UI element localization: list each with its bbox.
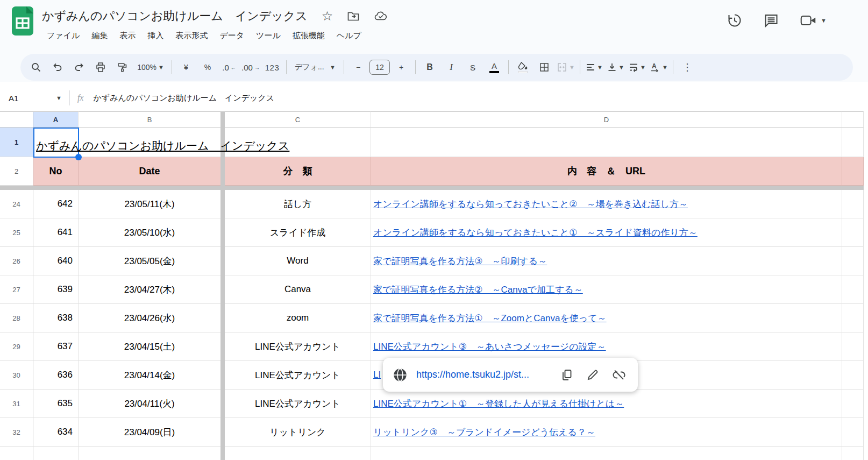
cell-no[interactable]: 639 — [33, 275, 79, 304]
cell-no[interactable]: 636 — [33, 361, 79, 390]
column-header-a[interactable]: A — [33, 111, 79, 128]
copy-link-icon[interactable] — [560, 369, 573, 381]
chevron-down-icon[interactable]: ▼ — [821, 18, 827, 24]
cell-date[interactable]: 23/04/26(水) — [79, 304, 220, 332]
merge-cells-button[interactable]: ▼ — [556, 57, 576, 77]
menu-extensions[interactable]: 拡張機能 — [288, 29, 330, 43]
remove-link-icon[interactable] — [612, 369, 626, 381]
cell-no[interactable]: 634 — [33, 418, 79, 447]
decrease-font-size-button[interactable]: − — [348, 57, 368, 77]
row-number[interactable]: 28 — [0, 304, 33, 332]
column-header-b[interactable]: B — [79, 111, 220, 128]
cell-content-link[interactable]: オンライン講師をするなら知っておきたいこと② ～場を巻き込む話し方～ — [371, 190, 842, 218]
cell-content-link[interactable]: 家で証明写真を作る方法③ ～印刷する～ — [371, 247, 842, 275]
edit-link-icon[interactable] — [586, 369, 599, 381]
cell-category[interactable]: LINE公式アカウント — [225, 361, 371, 390]
menu-view[interactable]: 表示 — [115, 29, 140, 43]
cell-content-link[interactable]: LINE公式アカウント③ ～あいさつメッセージの設定～ — [371, 332, 842, 361]
row-header-2[interactable]: 2 — [0, 157, 33, 186]
cell-content-link[interactable]: LINE公式アカウント① ～登録した人が見える仕掛けとは～ — [371, 390, 842, 418]
cell-date[interactable]: 23/04/11(火) — [79, 390, 220, 418]
cell-category[interactable]: 話し方 — [225, 190, 371, 218]
cell-no[interactable]: 635 — [33, 390, 79, 418]
cell-date[interactable]: 23/05/05(金) — [79, 247, 220, 275]
cell-date[interactable]: 23/04/14(金) — [79, 361, 220, 390]
decrease-decimal-button[interactable]: .0← — [219, 57, 239, 77]
print-icon[interactable] — [90, 57, 111, 77]
cell-date[interactable]: 23/05/11(木) — [79, 190, 220, 218]
version-history-icon[interactable] — [727, 13, 742, 28]
cell-content-link[interactable]: リットリンク③ ～ブランドイメージどう伝える？～ — [371, 418, 842, 447]
row-number[interactable]: 32 — [0, 418, 33, 447]
header-cell-date[interactable]: Date — [79, 157, 220, 186]
document-title[interactable]: かずみんのパソコンお助けルーム インデックス — [42, 8, 308, 24]
row-number[interactable]: 26 — [0, 247, 33, 275]
name-box[interactable]: A1 — [0, 94, 56, 103]
toolbar-more-button[interactable]: ⋮ — [677, 57, 698, 77]
cell-category[interactable]: LINE公式アカウント — [225, 332, 371, 361]
cell-category[interactable]: スライド作成 — [225, 218, 371, 247]
cell-no[interactable]: 641 — [33, 218, 79, 247]
row-number[interactable]: 31 — [0, 390, 33, 418]
menu-data[interactable]: データ — [215, 29, 249, 43]
cell-no[interactable]: 642 — [33, 190, 79, 218]
bold-button[interactable]: B — [419, 57, 440, 77]
cell-category[interactable]: Word — [225, 247, 371, 275]
name-box-chevron-icon[interactable]: ▼ — [56, 95, 62, 101]
fill-handle[interactable] — [75, 154, 82, 160]
font-selector[interactable]: デフォ...▼ — [290, 57, 340, 77]
search-icon[interactable] — [26, 57, 46, 77]
cell-category[interactable]: Canva — [225, 275, 371, 304]
column-header-c[interactable]: C — [225, 111, 371, 128]
text-color-button[interactable]: A — [484, 57, 504, 77]
cell-date[interactable]: 23/04/09(日) — [79, 418, 220, 447]
header-cell-content[interactable]: 内 容 ＆ URL — [371, 157, 842, 186]
cell-no[interactable]: 638 — [33, 304, 79, 332]
zoom-control[interactable]: 100%▼ — [133, 57, 168, 77]
undo-icon[interactable] — [47, 57, 68, 77]
text-rotation-button[interactable]: A ▼ — [649, 57, 669, 77]
cell-category[interactable]: LINE公式アカウント — [225, 390, 371, 418]
fill-color-button[interactable] — [513, 57, 533, 77]
redo-icon[interactable] — [69, 57, 89, 77]
star-icon[interactable]: ☆ — [322, 10, 333, 23]
currency-format-button[interactable]: ¥ — [176, 57, 196, 77]
italic-button[interactable]: I — [441, 57, 461, 77]
vertical-align-button[interactable]: ▼ — [606, 57, 626, 77]
increase-decimal-button[interactable]: .00→ — [240, 57, 261, 77]
strikethrough-button[interactable]: S — [463, 57, 483, 77]
cell-no[interactable]: 637 — [33, 332, 79, 361]
number-format-button[interactable]: 123 — [262, 57, 282, 77]
row-number[interactable]: 25 — [0, 218, 33, 247]
menu-help[interactable]: ヘルプ — [332, 29, 366, 43]
borders-button[interactable] — [534, 57, 554, 77]
cell-date[interactable]: 23/04/27(木) — [79, 275, 220, 304]
horizontal-align-button[interactable]: ▼ — [584, 57, 604, 77]
paint-format-icon[interactable] — [112, 57, 132, 77]
row-number[interactable]: 30 — [0, 361, 33, 390]
column-header-e[interactable] — [842, 111, 864, 128]
tooltip-link-url[interactable]: https://home.tsuku2.jp/st... — [416, 369, 552, 380]
move-folder-icon[interactable] — [347, 10, 360, 23]
video-call-icon[interactable]: ▼ — [800, 13, 827, 27]
row-number[interactable]: 29 — [0, 332, 33, 361]
cell-content-link[interactable]: 家で証明写真を作る方法① ～ZoomとCanvaを使って～ — [371, 304, 842, 332]
column-header-d[interactable]: D — [371, 111, 842, 128]
menu-format[interactable]: 表示形式 — [170, 29, 212, 43]
header-cell-category[interactable]: 分 類 — [225, 157, 371, 186]
frozen-rows-divider[interactable] — [0, 186, 864, 190]
font-size-input[interactable]: 12 — [369, 60, 390, 75]
menu-tools[interactable]: ツール — [251, 29, 286, 43]
cell-category[interactable]: リットリンク — [225, 418, 371, 447]
select-all-corner[interactable] — [0, 111, 33, 128]
sheets-logo[interactable] — [12, 6, 33, 36]
increase-font-size-button[interactable]: + — [391, 57, 411, 77]
menu-file[interactable]: ファイル — [42, 29, 84, 43]
row-number[interactable]: 27 — [0, 275, 33, 304]
text-wrap-button[interactable]: ▼ — [627, 57, 648, 77]
menu-insert[interactable]: 挿入 — [143, 29, 168, 43]
header-cell-no[interactable]: No — [33, 157, 79, 186]
row-header-1[interactable]: 1 — [0, 128, 33, 157]
cell-no[interactable]: 640 — [33, 247, 79, 275]
cell-category[interactable]: zoom — [225, 304, 371, 332]
